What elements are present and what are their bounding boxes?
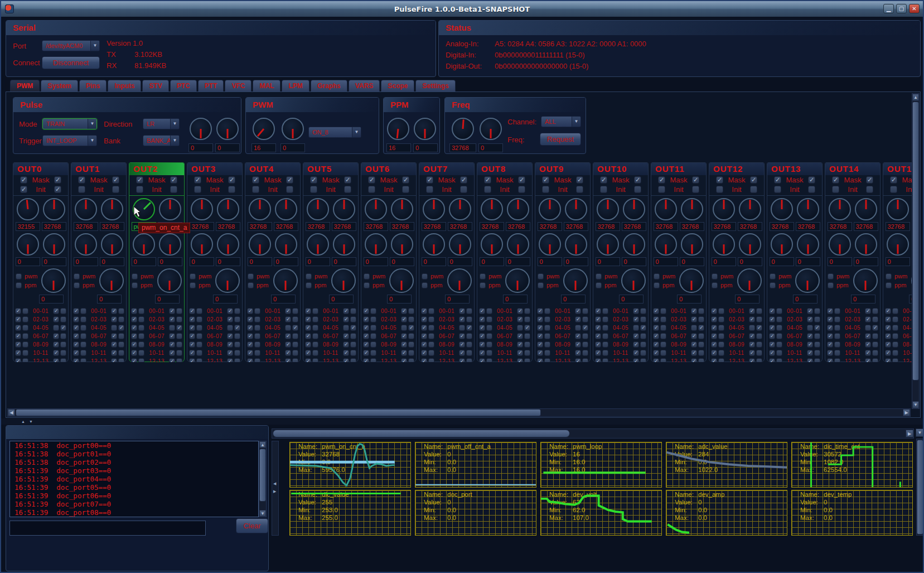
mask-checkbox-left[interactable] [832, 176, 839, 184]
route-checkbox[interactable] [401, 350, 407, 356]
tab-inputs[interactable]: Inputs [108, 80, 141, 92]
console-input[interactable] [9, 521, 206, 536]
route-checkbox[interactable] [292, 341, 298, 348]
route-checkbox[interactable] [292, 308, 298, 314]
route-checkbox[interactable] [305, 341, 311, 348]
direction-combo[interactable]: LR▼ [143, 118, 180, 129]
duty-knob-2[interactable] [739, 233, 761, 256]
route-checkbox[interactable] [60, 325, 66, 331]
route-checkbox[interactable] [370, 350, 376, 356]
route-checkbox[interactable] [15, 308, 21, 314]
route-checkbox[interactable] [73, 333, 79, 339]
route-checkbox[interactable] [459, 316, 465, 322]
route-checkbox[interactable] [834, 358, 840, 362]
duty-knob-1[interactable] [771, 233, 793, 256]
route-checkbox[interactable] [428, 333, 434, 339]
duty-knob-2[interactable] [391, 233, 413, 256]
route-checkbox[interactable] [73, 308, 79, 314]
route-checkbox[interactable] [247, 308, 253, 314]
route-checkbox[interactable] [769, 316, 775, 322]
mask-checkbox-right[interactable] [634, 176, 641, 184]
ppm-enable-checkbox[interactable] [16, 282, 22, 288]
pwm-off-knob[interactable] [623, 198, 645, 220]
route-checkbox[interactable] [749, 333, 755, 339]
init-checkbox-left[interactable] [774, 186, 781, 193]
route-checkbox[interactable] [660, 316, 666, 322]
route-checkbox[interactable] [814, 350, 820, 356]
route-checkbox[interactable] [872, 308, 878, 314]
route-checkbox[interactable] [479, 308, 485, 314]
duty-knob-1[interactable] [191, 233, 213, 256]
route-checkbox[interactable] [769, 350, 775, 356]
route-checkbox[interactable] [885, 350, 891, 356]
route-checkbox[interactable] [459, 325, 465, 331]
mask-checkbox-right[interactable] [402, 176, 409, 184]
mask-checkbox-right[interactable] [750, 176, 757, 184]
title-bar[interactable]: PulseFire 1.0.0-Beta1-SNAPSHOT ▁ ▢ ✕ [1, 1, 923, 17]
route-checkbox[interactable] [892, 308, 898, 314]
mask-checkbox-right[interactable] [460, 176, 467, 184]
mask-checkbox-left[interactable] [368, 176, 375, 184]
route-checkbox[interactable] [343, 316, 349, 322]
mask-checkbox-right[interactable] [518, 176, 525, 184]
pwm-enable-checkbox[interactable] [596, 273, 602, 280]
ppm-data-knob[interactable] [389, 268, 414, 293]
route-checkbox[interactable] [524, 350, 530, 356]
route-checkbox[interactable] [865, 341, 871, 348]
mask-checkbox-left[interactable] [194, 176, 201, 184]
route-checkbox[interactable] [776, 358, 782, 362]
route-checkbox[interactable] [80, 316, 86, 322]
route-checkbox[interactable] [660, 341, 666, 348]
console-scrollbar[interactable]: ▲ ▼ [259, 441, 267, 517]
init-checkbox-right[interactable] [402, 186, 409, 193]
tab-vars[interactable]: VARS [349, 80, 380, 92]
scroll-up-icon[interactable]: ▲ [912, 94, 919, 101]
route-checkbox[interactable] [234, 308, 240, 314]
route-checkbox[interactable] [312, 358, 318, 362]
tab-scope[interactable]: Scope [381, 80, 414, 92]
route-checkbox[interactable] [459, 350, 465, 356]
pwm-off-knob[interactable] [101, 198, 123, 220]
route-checkbox[interactable] [698, 358, 704, 362]
route-checkbox[interactable] [749, 358, 755, 362]
route-checkbox[interactable] [582, 308, 588, 314]
duty-knob-1[interactable] [423, 233, 445, 256]
route-checkbox[interactable] [776, 350, 782, 356]
route-checkbox[interactable] [711, 316, 717, 322]
route-checkbox[interactable] [312, 350, 318, 356]
route-checkbox[interactable] [575, 316, 581, 322]
chevron-down-icon[interactable]: ▼ [170, 136, 179, 146]
bank-combo[interactable]: BANK_A▼ [143, 135, 180, 146]
pwm-enable-checkbox[interactable] [74, 273, 80, 280]
route-checkbox[interactable] [401, 333, 407, 339]
route-checkbox[interactable] [73, 350, 79, 356]
route-checkbox[interactable] [350, 358, 356, 362]
ppm-data-knob[interactable] [853, 268, 878, 293]
tab-settings[interactable]: Settings [415, 80, 455, 92]
route-checkbox[interactable] [169, 325, 175, 331]
ppm-enable-checkbox[interactable] [74, 282, 80, 288]
route-checkbox[interactable] [640, 316, 646, 322]
init-checkbox-left[interactable] [890, 186, 897, 193]
route-checkbox[interactable] [834, 325, 840, 331]
chevron-down-icon[interactable]: ▼ [88, 119, 96, 129]
route-checkbox[interactable] [363, 308, 369, 314]
route-checkbox[interactable] [718, 316, 724, 322]
route-checkbox[interactable] [138, 325, 144, 331]
route-checkbox[interactable] [640, 350, 646, 356]
charts-horizontal-scrollbar[interactable]: ▶ [272, 428, 914, 439]
duty-knob-1[interactable] [887, 233, 909, 256]
route-checkbox[interactable] [234, 333, 240, 339]
route-checkbox[interactable] [350, 341, 356, 348]
init-checkbox-right[interactable] [692, 186, 699, 193]
route-checkbox[interactable] [602, 333, 608, 339]
route-checkbox[interactable] [421, 316, 427, 322]
route-checkbox[interactable] [73, 316, 79, 322]
route-checkbox[interactable] [517, 316, 523, 322]
route-checkbox[interactable] [189, 350, 195, 356]
trigger-combo[interactable]: INT_LOOP▼ [42, 135, 97, 146]
route-checkbox[interactable] [885, 316, 891, 322]
duty-knob-1[interactable] [481, 233, 503, 256]
route-checkbox[interactable] [602, 308, 608, 314]
route-checkbox[interactable] [196, 358, 202, 362]
